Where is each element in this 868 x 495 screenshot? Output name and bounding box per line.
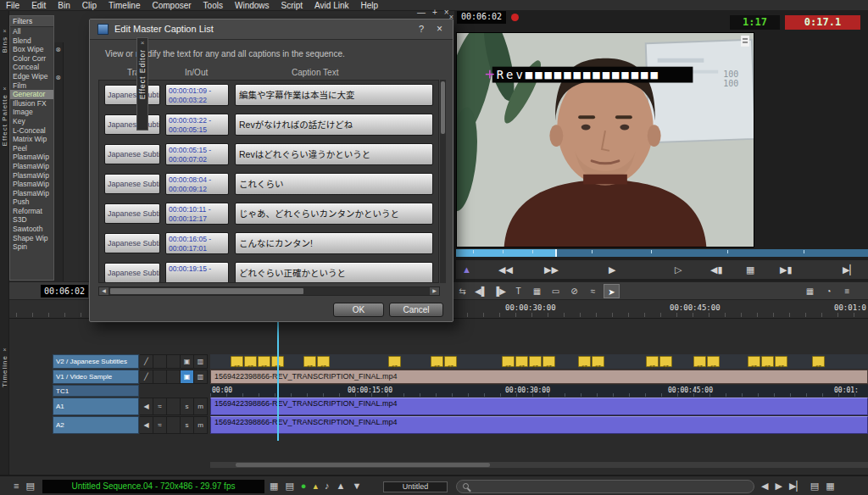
caption-track-field[interactable]: Japanese Subtitles xyxy=(104,233,160,253)
track-lane-a1[interactable]: 1569422398866-REV_TRANSCRIPTION_FINAL.mp… xyxy=(210,398,868,415)
caption-inout-field[interactable]: 00:00:05:15 - 00:00:07:02 xyxy=(165,143,229,165)
subtitle-clip[interactable]: ST xyxy=(707,356,720,367)
menu-item[interactable]: Composer xyxy=(146,0,197,11)
track-button[interactable]: ▣ xyxy=(181,370,194,384)
subtitle-clip[interactable]: ST xyxy=(578,356,591,367)
play-icon[interactable]: ▶ xyxy=(775,481,782,492)
grid-button[interactable]: ▦ xyxy=(529,284,545,298)
search-box[interactable] xyxy=(456,480,754,493)
status-dot-icon[interactable]: ● xyxy=(301,481,307,492)
track-button[interactable]: s xyxy=(181,398,194,415)
close-icon[interactable]: ⊗ xyxy=(55,46,61,53)
rewind-button[interactable]: ◀◀ xyxy=(498,264,513,275)
vertical-scrollbar[interactable] xyxy=(440,80,446,283)
track-button[interactable] xyxy=(153,354,167,369)
filter-category-item[interactable]: Edge Wipe xyxy=(10,72,53,81)
track-button[interactable]: ▣ xyxy=(181,354,194,369)
subtitle-clip[interactable]: ST xyxy=(303,356,316,367)
timeline-menu-button[interactable]: ≡ xyxy=(839,284,855,298)
track-button[interactable] xyxy=(153,370,167,384)
subtitle-clip[interactable]: ST xyxy=(659,356,672,367)
track-button[interactable]: ◀ xyxy=(140,398,153,415)
close-icon[interactable]: ⊗ xyxy=(55,74,61,81)
caption-inout-field[interactable]: 00:00:08:04 - 00:00:09:12 xyxy=(165,173,229,195)
filter-category-item[interactable]: Generator xyxy=(10,90,53,99)
clock-button[interactable]: ◔ xyxy=(821,284,837,298)
grid-icon[interactable]: ▦ xyxy=(270,481,278,492)
caption-text-field[interactable]: Revがなければの話だけどね xyxy=(235,114,433,136)
filter-category-item[interactable]: PlasmaWip xyxy=(10,189,53,198)
minimize-button[interactable]: — xyxy=(417,8,426,18)
track-button[interactable]: s xyxy=(181,416,194,434)
rail-tab-timeline[interactable]: × Timeline xyxy=(0,347,9,387)
track-button[interactable] xyxy=(167,398,181,415)
film-icon[interactable]: ▤ xyxy=(285,481,293,492)
close-icon[interactable]: × xyxy=(3,86,6,92)
menu-item[interactable]: Clip xyxy=(76,0,103,11)
caption-track-field[interactable]: Japanese Subtitles xyxy=(104,85,160,105)
menu-item[interactable]: Script xyxy=(275,0,309,11)
audio-clip[interactable]: 1569422398866-REV_TRANSCRIPTION_FINAL.mp… xyxy=(210,416,868,434)
caption-track-field[interactable]: Japanese Subtitles xyxy=(104,174,160,194)
menu-item[interactable]: Help xyxy=(355,0,385,11)
close-icon[interactable]: × xyxy=(141,40,145,46)
go-to-next-event-button[interactable]: ▶▮ xyxy=(780,264,793,275)
caption-inout-field[interactable]: 00:00:19:15 - xyxy=(165,262,229,283)
caption-inout-field[interactable]: 00:00:01:09 - 00:00:03:22 xyxy=(165,84,229,106)
subtitle-clip[interactable]: ST xyxy=(231,356,243,367)
scroll-right-button[interactable]: ▶ xyxy=(430,287,439,295)
menu-item[interactable]: Bin xyxy=(52,0,75,11)
track-button[interactable]: m xyxy=(194,416,208,434)
subtitle-clip[interactable]: ST xyxy=(775,356,787,367)
timeline-horizontal-scrollbar[interactable] xyxy=(210,462,868,468)
caption-inout-field[interactable]: 00:00:16:05 - 00:00:17:01 xyxy=(165,232,229,254)
filter-category-item[interactable]: Box Wipe xyxy=(10,45,53,54)
up-icon[interactable]: ▲ xyxy=(337,481,346,492)
filter-category-item[interactable]: PlasmaWip xyxy=(10,171,53,181)
filters-tab[interactable]: Filters xyxy=(10,16,53,27)
caption-text-field[interactable]: こんなにカンタン! xyxy=(235,232,433,254)
text-tool-button[interactable]: T xyxy=(510,284,526,298)
scrollbar-thumb[interactable] xyxy=(110,288,303,294)
track-lane-a2[interactable]: 1569422398866-REV_TRANSCRIPTION_FINAL.mp… xyxy=(210,416,868,434)
subtitle-clip[interactable]: ST xyxy=(748,356,760,367)
track-button[interactable]: ╱ xyxy=(140,354,153,369)
filter-category-item[interactable]: Spin xyxy=(10,242,53,252)
track-button[interactable]: ▥ xyxy=(194,354,208,369)
keyboard-icon[interactable]: ▦ xyxy=(826,481,834,492)
track-button[interactable] xyxy=(167,370,181,384)
caption-text-field[interactable]: じゃあ、どれぐらいカンタンかというと xyxy=(235,203,433,225)
position-playhead[interactable] xyxy=(555,249,557,257)
filter-category-item[interactable]: Blend xyxy=(10,36,53,46)
help-button[interactable]: ? xyxy=(419,24,424,34)
menu-item[interactable]: Tools xyxy=(198,0,229,11)
play-in-to-out-button[interactable]: ▷ xyxy=(675,264,682,275)
subtitle-clip[interactable]: ST xyxy=(388,356,401,367)
go-to-end-button[interactable]: ▶▏ xyxy=(843,264,857,275)
subtitle-clip[interactable]: ST xyxy=(317,356,330,367)
step-back-icon[interactable]: ◀ xyxy=(761,481,768,492)
scroll-left-button[interactable]: ◀ xyxy=(99,287,108,295)
filter-category-item[interactable]: Image xyxy=(10,108,53,117)
subtitle-clip[interactable]: ST xyxy=(592,356,604,367)
quad-split-button[interactable]: ▦ xyxy=(746,264,754,275)
track-button[interactable]: m xyxy=(194,398,208,415)
track-header-tc1[interactable]: TC1 xyxy=(53,385,139,397)
filter-category-item[interactable]: PlasmaWip xyxy=(10,153,53,162)
close-icon[interactable]: × xyxy=(3,28,6,34)
menu-item[interactable]: Windows xyxy=(229,0,275,11)
track-header-a2[interactable]: A2 xyxy=(53,416,139,434)
caption-text-field[interactable]: どれぐらい正確かというと xyxy=(235,262,433,283)
toolset-icon[interactable]: ▤ xyxy=(25,481,34,492)
expand-button[interactable]: + xyxy=(432,8,437,18)
menu-item[interactable]: Edit xyxy=(25,0,52,11)
scrollbar-thumb[interactable] xyxy=(441,81,445,134)
timeline-view-button[interactable]: ▦ xyxy=(802,284,818,298)
subtitle-clip[interactable]: ST xyxy=(761,356,774,367)
caption-track-field[interactable]: Japanese Subtitles xyxy=(104,203,160,224)
filter-category-item[interactable]: PlasmaWip xyxy=(10,162,53,171)
filter-category-item[interactable]: S3D xyxy=(10,215,53,225)
track-button[interactable]: ≈ xyxy=(153,416,167,434)
subtitle-clip[interactable]: ST xyxy=(244,356,257,367)
track-header-v1[interactable]: V1 / Video Sample xyxy=(53,370,139,384)
